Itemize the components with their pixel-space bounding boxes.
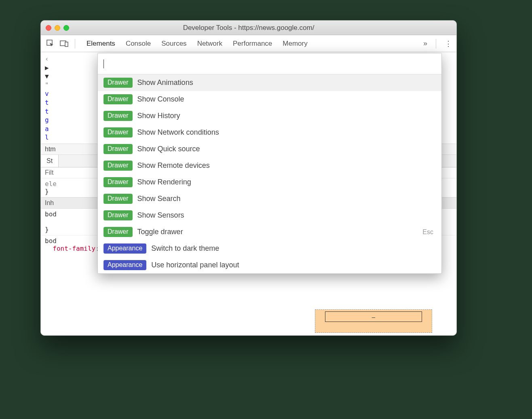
- command-item-label: Show Search: [137, 195, 181, 203]
- css-prop-name: font-family: [53, 245, 95, 252]
- tab-elements[interactable]: Elements: [87, 40, 115, 48]
- rule-selector: ele: [45, 180, 57, 188]
- drawer-badge: Drawer: [103, 194, 133, 204]
- command-item-label: Show Quick source: [137, 145, 200, 153]
- command-item-shortcut: Esc: [422, 229, 433, 236]
- command-item-label: Show Animations: [137, 78, 193, 87]
- rule-selector: bod: [45, 237, 57, 245]
- zoom-window-button[interactable]: [63, 25, 69, 31]
- command-menu-item[interactable]: DrawerShow Sensors: [98, 207, 441, 224]
- panel-tabs: Elements Console Sources Network Perform…: [87, 40, 417, 48]
- box-model-widget[interactable]: –: [315, 309, 432, 333]
- command-item-label: Toggle drawer: [137, 228, 183, 236]
- box-model-margin: –: [325, 311, 422, 322]
- command-item-label: Use horizontal panel layout: [151, 261, 239, 269]
- device-toolbar-icon[interactable]: [59, 38, 70, 49]
- command-menu-item[interactable]: DrawerShow Search: [98, 190, 441, 207]
- window-title: Developer Tools - https://news.google.co…: [41, 24, 456, 32]
- drawer-badge: Drawer: [103, 78, 133, 88]
- command-menu-list: DrawerShow AnimationsDrawerShow ConsoleD…: [98, 74, 441, 273]
- tab-performance[interactable]: Performance: [233, 40, 272, 48]
- overflow-tabs-icon[interactable]: »: [420, 39, 431, 48]
- toolbar-separator: [75, 39, 75, 49]
- rule-brace: }: [45, 226, 49, 233]
- drawer-badge: Drawer: [103, 161, 133, 171]
- tab-memory[interactable]: Memory: [283, 40, 307, 48]
- settings-kebab-icon[interactable]: ⋮: [444, 39, 452, 48]
- svg-rect-2: [65, 42, 68, 47]
- drawer-badge: Drawer: [103, 177, 133, 187]
- command-item-label: Switch to dark theme: [151, 244, 219, 253]
- minimize-window-button[interactable]: [55, 25, 60, 31]
- window-traffic-lights: [46, 25, 69, 31]
- appearance-badge: Appearance: [103, 243, 146, 254]
- tab-sources[interactable]: Sources: [161, 40, 186, 48]
- drawer-badge: Drawer: [103, 144, 133, 154]
- command-menu-item[interactable]: DrawerShow Network conditions: [98, 124, 441, 141]
- tab-styles[interactable]: St: [41, 155, 59, 167]
- command-menu-item[interactable]: AppearanceUse horizontal panel layout: [98, 257, 441, 273]
- command-item-label: Show History: [137, 112, 180, 120]
- box-model-dash: –: [372, 313, 375, 320]
- rule-brace: }: [45, 188, 49, 195]
- devtools-toolbar: Elements Console Sources Network Perform…: [41, 35, 456, 52]
- devtools-window: Developer Tools - https://news.google.co…: [40, 20, 457, 336]
- tab-console[interactable]: Console: [126, 40, 151, 48]
- tab-network[interactable]: Network: [197, 40, 222, 48]
- command-item-label: Show Console: [137, 95, 184, 104]
- command-menu-item[interactable]: DrawerShow Console: [98, 91, 441, 108]
- close-window-button[interactable]: [46, 25, 51, 31]
- rule-selector: bod: [45, 210, 57, 218]
- drawer-badge: Drawer: [103, 111, 133, 121]
- command-menu-item[interactable]: AppearanceSwitch to dark theme: [98, 240, 441, 257]
- command-menu-input[interactable]: [98, 53, 441, 74]
- inspect-element-icon[interactable]: [45, 38, 56, 49]
- drawer-badge: Drawer: [103, 127, 133, 138]
- command-menu-item[interactable]: DrawerToggle drawerEsc: [98, 224, 441, 240]
- command-menu: DrawerShow AnimationsDrawerShow ConsoleD…: [97, 53, 442, 274]
- text-caret-icon: [103, 59, 104, 68]
- command-menu-item[interactable]: DrawerShow Quick source: [98, 141, 441, 157]
- command-menu-item[interactable]: DrawerShow Rendering: [98, 174, 441, 190]
- command-item-label: Show Rendering: [137, 178, 191, 186]
- drawer-badge: Drawer: [103, 210, 133, 220]
- toolbar-separator: [436, 39, 436, 49]
- command-item-label: Show Sensors: [137, 211, 184, 220]
- appearance-badge: Appearance: [103, 260, 146, 270]
- drawer-badge: Drawer: [103, 94, 133, 104]
- command-menu-item[interactable]: DrawerShow Remote devices: [98, 157, 441, 174]
- command-menu-item[interactable]: DrawerShow Animations: [98, 74, 441, 91]
- command-item-label: Show Remote devices: [137, 161, 210, 170]
- drawer-badge: Drawer: [103, 227, 133, 237]
- window-titlebar: Developer Tools - https://news.google.co…: [41, 21, 456, 35]
- command-menu-item[interactable]: DrawerShow History: [98, 108, 441, 124]
- command-item-label: Show Network conditions: [137, 128, 219, 137]
